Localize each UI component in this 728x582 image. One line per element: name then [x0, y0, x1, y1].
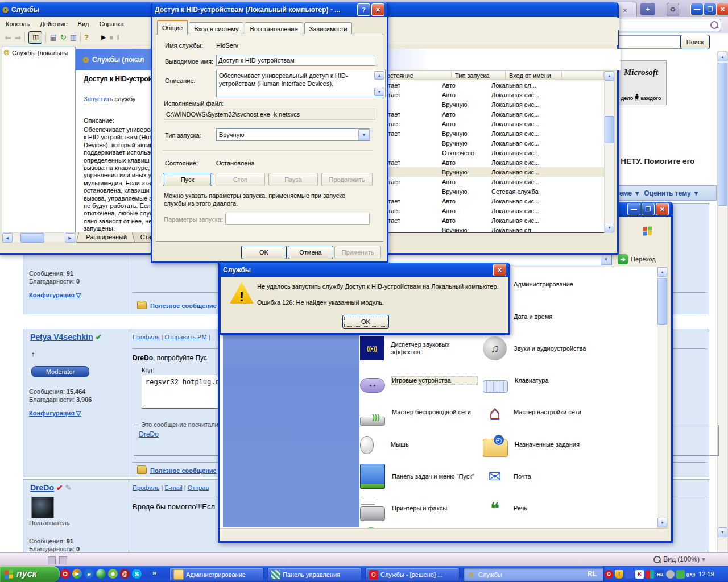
maximize-button[interactable]: ❐	[642, 203, 655, 215]
globe-icon[interactable]	[96, 569, 106, 579]
back-icon[interactable]: ⬅	[5, 33, 11, 42]
opera-icon[interactable]: O	[605, 570, 613, 579]
tab-close-icon[interactable]: ×	[623, 7, 627, 14]
service-row[interactable]: ...ВручнуюЛокальная сис...	[364, 167, 604, 177]
page-search-button[interactable]: Поиск	[680, 35, 710, 49]
start-service-link[interactable]: Запустить	[84, 95, 113, 102]
service-row[interactable]: ...РаботаетАвтоЛокальная сис...	[364, 196, 604, 206]
go-label[interactable]: Переход	[631, 256, 656, 263]
post2-pm-link[interactable]: Отправить PM	[164, 334, 206, 340]
service-row[interactable]: ...ВручнуюЛокальная сл...	[364, 225, 604, 233]
page-scrollbar[interactable]: ▲ ▼	[717, 51, 728, 554]
post2-author-link[interactable]: Petya V4sechkin	[30, 332, 93, 342]
browser-close-button[interactable]: ✕	[716, 3, 728, 15]
control-panel-item[interactable]: Звуки и аудиоустройства	[483, 334, 605, 363]
menu-help[interactable]: Справка	[100, 20, 124, 27]
service-row[interactable]: ...ВручнуюСетевая служба	[364, 186, 604, 196]
menu-view[interactable]: Вид	[78, 20, 89, 27]
magnifier-icon[interactable]	[710, 21, 718, 29]
start-service-icon[interactable]: ▶	[101, 34, 106, 41]
service-row[interactable]: ...РаботаетАвтоЛокальная сис...	[364, 90, 604, 99]
agent-icon[interactable]	[646, 570, 654, 579]
post2-thanks-user-link[interactable]: DreDo	[139, 430, 159, 438]
properties-icon[interactable]: ▤	[49, 33, 56, 41]
control-panel-item[interactable]: Мастер беспроводной сети	[360, 397, 482, 427]
service-row[interactable]: ...РаботаетАвтоЛокальная сис...	[364, 177, 604, 186]
tree-item-services[interactable]: ❂ Службы (локальны	[2, 47, 75, 58]
column-state[interactable]: Состояние	[379, 70, 452, 80]
topic-menu-item[interactable]: теме ▼	[616, 189, 640, 197]
combo-dropdown-icon[interactable]: ▼	[358, 129, 370, 140]
service-row[interactable]: ...РаботаетАвтоЛокальная сис...	[364, 206, 604, 215]
zoom-indicator[interactable]: Вид (100%) ▾	[653, 555, 705, 563]
skype-icon[interactable]: S	[132, 569, 142, 579]
quick-launch-overflow[interactable]: »	[152, 568, 156, 577]
control-panel-item[interactable]: Почта	[483, 462, 605, 491]
post2-config-link[interactable]: Конфигурация ▽	[29, 410, 81, 417]
address-dropdown-icon[interactable]: ▼	[601, 253, 611, 265]
taskbar-button[interactable]: Администрирование	[169, 568, 264, 581]
scroll-up-icon[interactable]: ▲	[374, 71, 384, 80]
tab-recovery[interactable]: Восстановление	[245, 22, 303, 35]
new-tab-button[interactable]: +	[640, 3, 655, 15]
post1-config-link[interactable]: Конфигурация ▽	[29, 292, 81, 299]
scroll-down-icon[interactable]: ▼	[374, 88, 384, 96]
start-button[interactable]: пуск	[0, 566, 60, 582]
service-row[interactable]: ...РаботаетАвтоЛокальная сис...	[364, 109, 604, 119]
trash-icon[interactable]: ♻	[667, 3, 679, 16]
taskbar-button[interactable]: OСлужбы - [решено] ...	[365, 568, 460, 581]
post3-send-link[interactable]: Отправ	[188, 484, 209, 491]
media-player-icon[interactable]: ▶	[72, 569, 82, 579]
tab-dependencies[interactable]: Зависимости	[304, 22, 353, 35]
kaspersky-icon[interactable]: K	[635, 570, 644, 579]
rate-topic-menu[interactable]: Оценить тему ▼	[644, 189, 700, 197]
control-panel-item[interactable]: Диспетчер звуковых эффектов	[360, 334, 482, 363]
go-arrow-icon[interactable]: ➔	[618, 254, 628, 264]
help-icon[interactable]: ?	[84, 33, 89, 41]
service-row[interactable]: ...ВручнуюЛокальная сис...	[364, 138, 604, 148]
control-panel-item[interactable]: Свойства папки	[483, 523, 605, 528]
post1-useful-link[interactable]: Полезное сообщение |	[137, 301, 220, 309]
control-panel-item[interactable]: Речь	[483, 493, 605, 523]
service-row[interactable]: ...РаботаетАвтоЛокальная сл...	[364, 80, 604, 90]
services-list-scrollbar[interactable]: ▲ ▼	[604, 70, 615, 233]
post2-profile-link[interactable]: Профиль	[133, 334, 160, 340]
control-panel-item[interactable]: Мастер настройки сети	[483, 397, 605, 427]
service-row[interactable]: ...ВручнуюЛокальная сис...	[364, 99, 604, 109]
battery-icon[interactable]	[676, 570, 685, 579]
browser-icon[interactable]: e	[84, 569, 94, 579]
panel-toggle-icon[interactable]	[48, 556, 56, 564]
column-logon-as[interactable]: Вход от имени	[506, 70, 562, 80]
service-row[interactable]: ...РаботаетАвтоЛокальная сис...	[364, 157, 604, 167]
minimize-button[interactable]: —	[627, 203, 640, 215]
service-row[interactable]: ...ОтключеноЛокальная сис...	[364, 148, 604, 157]
column-startup-type[interactable]: Тип запуска	[452, 70, 506, 80]
export-icon[interactable]: ▥	[70, 33, 77, 41]
clock[interactable]: 12:19	[698, 571, 714, 577]
description-box[interactable]: Обеспечивает универсальный доступ к HID-…	[216, 70, 386, 97]
taskbar-button[interactable]: Панель управления	[267, 568, 362, 581]
control-panel-item[interactable]: Мышь	[360, 430, 482, 459]
service-row[interactable]: ...РаботаетАвтоЛокальная сис...	[364, 119, 604, 128]
tab-extended[interactable]: Расширенный	[76, 232, 136, 243]
post2-useful-link[interactable]: Полезное сообщение |	[137, 465, 220, 474]
start-button[interactable]: Пуск	[163, 173, 212, 186]
images-toggle-icon[interactable]	[59, 556, 67, 564]
display-icon[interactable]	[625, 570, 634, 579]
tab-logon[interactable]: Вход в систему	[189, 22, 243, 35]
ok-button[interactable]: OK	[241, 246, 287, 259]
post3-author-link[interactable]: DreDo	[30, 483, 54, 492]
properties-dialog-titlebar[interactable]: Доступ к HID-устройствам (Локальный комп…	[152, 2, 387, 17]
icq-icon[interactable]: ❀	[108, 569, 118, 579]
tab-general[interactable]: Общие	[157, 20, 188, 35]
control-panel-item[interactable]: Игровые устройства	[360, 365, 482, 395]
control-panel-item[interactable]: Назначенные задания	[483, 430, 605, 459]
browser-minimize-button[interactable]: —	[690, 3, 704, 15]
lang-ru-icon[interactable]: Ru	[656, 570, 664, 579]
control-panel-item[interactable]: Панель задач и меню "Пуск"	[360, 462, 482, 491]
service-row[interactable]: ...РаботаетВручнуюЛокальная сис...	[364, 128, 604, 138]
close-button[interactable]: ✕	[371, 3, 384, 16]
menu-action[interactable]: Действие	[40, 20, 67, 27]
opera-icon[interactable]: O	[60, 569, 70, 579]
refresh-icon[interactable]: ↻	[60, 33, 67, 41]
